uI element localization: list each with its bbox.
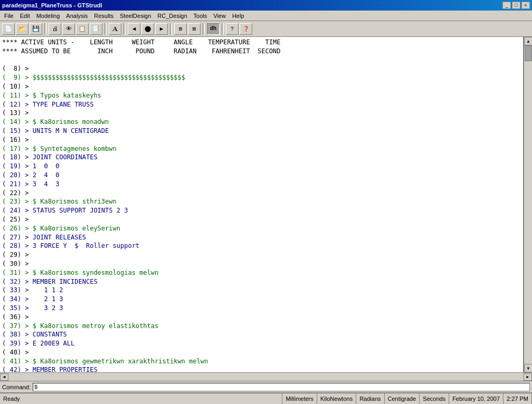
editor-line: ( 32) > MEMBER INCIDENCES [2,277,521,286]
status-time: 2:27 PM [504,393,532,404]
close-button[interactable]: × [521,2,530,9]
editor-line: ( 23) > $ Ka8orismos sthri3ewn [2,197,521,206]
status-centigrade: Centigrade [385,393,420,404]
help-button[interactable]: ? [226,23,239,35]
separator-6 [222,23,224,35]
menu-edit[interactable]: Edit [17,12,33,20]
hscroll-track[interactable] [8,373,524,381]
editor-line: ( 37) > $ Ka8orismos metroy elastikothta… [2,322,521,331]
dh-button[interactable]: dh [207,23,220,35]
editor-line: ( 12) > TYPE PLANE TRUSS [2,100,521,109]
menu-results[interactable]: Results [91,12,117,20]
editor-line: ( 24) > STATUS SUPPORT JOINTS 2 3 [2,206,521,215]
main-container: **** ACTIVE UNITS - LENGTH WEIGHT ANGLE … [0,37,532,372]
editor-line: ( 29) > [2,251,521,259]
status-bar: Ready Millimeters KiloNewtons Radians Ce… [0,392,532,404]
menu-steeldesign[interactable]: SteelDesign [117,12,154,20]
editor-line: ( 21) > 3 4 3 [2,180,521,189]
status-radians: Radians [356,393,384,404]
select-button[interactable]: ⊠ [188,23,201,35]
blank-line [2,56,521,65]
separator-2 [104,23,107,35]
editor-line: ( 35) > 3 2 3 [2,304,521,313]
editor-line: ( 31) > $ Ka8orismos syndesmologias melw… [2,268,521,277]
editor-line: ( 25) > [2,215,521,224]
vertical-scrollbar[interactable]: ▲ ▼ [524,37,532,372]
status-date: February 10, 2007 [449,393,504,404]
preview-button[interactable]: 👁 [62,23,75,35]
editor-line: ( 26) > $ Ka8orismos eleySeriwn [2,224,521,233]
header-line1: **** ACTIVE UNITS - LENGTH WEIGHT ANGLE … [2,38,521,47]
editor-line: ( 20) > 2 4 0 [2,171,521,180]
editor-line: ( 34) > 2 1 3 [2,295,521,304]
status-millimeters: Millimeters [282,393,317,404]
editor[interactable]: **** ACTIVE UNITS - LENGTH WEIGHT ANGLE … [0,37,524,372]
editor-line: ( 8) > [2,64,521,73]
print-button[interactable]: 🖨 [49,23,61,35]
separator-3 [124,23,126,35]
maximize-button[interactable]: □ [512,2,520,9]
shape-circle[interactable]: ⬤ [141,23,154,35]
editor-line: ( 30) > [2,259,521,268]
editor-line: ( 14) > $ Ka8orismos monadwn [2,118,521,127]
editor-line: ( 19) > 1 0 0 [2,162,521,171]
menu-file[interactable]: File [1,12,17,20]
status-seconds: Seconds [420,393,449,404]
scroll-track[interactable] [524,45,532,364]
separator-1 [44,23,46,35]
help2-button[interactable]: ❓ [240,23,252,35]
editor-line: ( 15) > UNITS M N CENTIGRADE [2,127,521,136]
menu-view[interactable]: View [210,12,229,20]
menu-modeling[interactable]: Modeling [33,12,63,20]
editor-line: ( 41) > $ Ka8orismos gewmetrikwn xarakth… [2,357,521,366]
editor-line: ( 13) > [2,109,521,118]
editor-line: ( 38) > CONSTANTS [2,330,521,339]
separator-5 [203,23,205,35]
grid-button[interactable]: ⊞ [174,23,187,35]
minimize-button[interactable]: _ [502,2,511,9]
title-bar: paradeigma1_PlaneTruss - GTStrudl _ □ × [0,0,532,11]
status-ready: Ready [0,393,282,404]
menu-rcdesign[interactable]: RC_Design [154,12,190,20]
scroll-thumb[interactable] [525,45,532,61]
open-button[interactable]: 📂 [16,23,28,35]
editor-lines: ( 8) > ( 9) > $$$$$$$$$$$$$$$$$$$$$$$$$$… [2,64,521,372]
new-button[interactable]: 📄 [2,23,15,35]
command-label: Command: [2,384,31,390]
editor-line: ( 27) > JOINT RELEASES [2,233,521,242]
menu-tools[interactable]: Tools [191,12,211,20]
editor-line: ( 36) > [2,313,521,322]
scroll-down-button[interactable]: ▼ [524,364,532,372]
scroll-up-button[interactable]: ▲ [524,37,532,45]
hscroll-left-button[interactable]: ◀ [0,373,8,381]
save-button[interactable]: 💾 [30,23,42,35]
separator-4 [170,23,172,35]
editor-line: ( 39) > E 200E9 ALL [2,339,521,348]
editor-line: ( 11) > $ Typos kataskeyhs [2,91,521,100]
paste-button[interactable]: 📑 [90,23,102,35]
window-title: paradeigma1_PlaneTruss - GTStrudl [2,2,102,8]
editor-line: ( 16) > [2,136,521,145]
back-button[interactable]: ◀ [128,23,140,35]
horizontal-scrollbar[interactable]: ◀ ▶ [0,372,532,381]
forward-button[interactable]: ▶ [155,23,168,35]
editor-line: ( 22) > [2,189,521,198]
menu-bar: File Edit Modeling Analysis Results Stee… [0,11,532,21]
menu-help[interactable]: Help [229,12,248,20]
command-input[interactable] [33,383,530,391]
editor-line: ( 10) > [2,82,521,91]
command-bar: Command: [0,381,532,392]
title-buttons[interactable]: _ □ × [502,2,530,9]
toolbar: 📄 📂 💾 🖨 👁 📋 📑 A ◀ ⬤ ▶ ⊞ ⊠ dh ? ❓ [0,21,532,37]
hscroll-right-button[interactable]: ▶ [524,373,532,381]
menu-analysis[interactable]: Analysis [63,12,91,20]
editor-line: ( 42) > MEMBER PROPERTIES [2,365,521,372]
copy-button[interactable]: 📋 [76,23,89,35]
editor-line: ( 17) > $ Syntetagmenes kombwn [2,145,521,153]
editor-line: ( 28) > 3 FORCE Y $ Roller support [2,242,521,251]
editor-line: ( 18) > JOINT COORDINATES [2,153,521,162]
editor-line: ( 40) > [2,348,521,357]
font-button[interactable]: A [109,23,121,35]
header-line2: **** ASSUMED TO BE INCH POUND RADIAN FAH… [2,47,521,56]
editor-line: ( 33) > 1 1 2 [2,286,521,295]
